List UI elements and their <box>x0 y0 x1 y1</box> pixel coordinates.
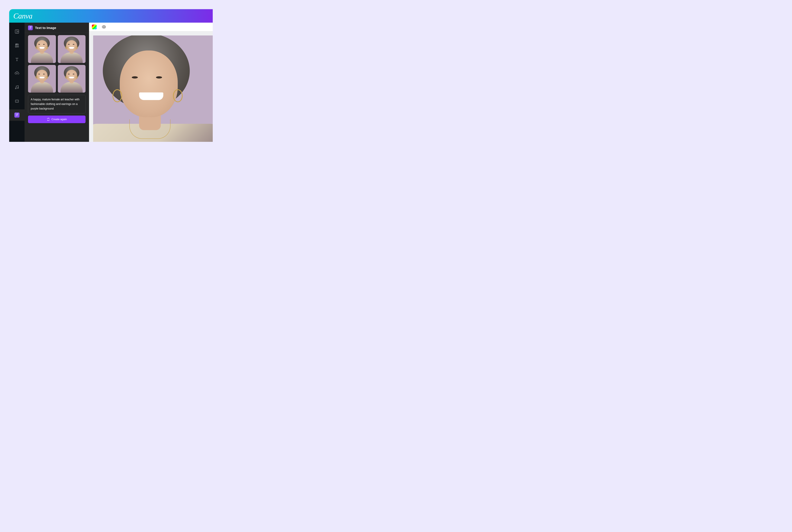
canvas-image[interactable] <box>93 36 213 142</box>
video-icon <box>15 99 19 103</box>
color-picker-button[interactable] <box>92 24 97 29</box>
create-again-label: Create again <box>52 118 67 121</box>
text-to-image-app-icon: TEXT✦ <box>28 25 33 30</box>
elements-icon <box>15 43 19 48</box>
audio-icon <box>15 85 19 90</box>
app-body: TEXT✦ TEXT✦ Text to Image <box>9 23 213 142</box>
svg-marker-13 <box>17 101 17 102</box>
canvas-area <box>89 23 213 142</box>
svg-point-11 <box>17 88 18 89</box>
svg-point-3 <box>17 44 19 45</box>
result-thumbnail[interactable] <box>58 65 86 93</box>
nav-elements[interactable] <box>11 38 23 52</box>
results-grid <box>28 35 86 93</box>
prompt-input[interactable]: A happy, mature female art teacher with … <box>28 95 86 113</box>
text-icon <box>15 57 19 62</box>
nav-rail: TEXT✦ <box>9 23 24 142</box>
app-header: Canva <box>9 9 213 23</box>
generated-portrait-main <box>93 36 213 142</box>
text-to-image-panel: TEXT✦ Text to Image <box>24 23 89 142</box>
templates-icon <box>15 29 19 34</box>
upload-cloud-icon <box>15 71 19 76</box>
result-thumbnail[interactable] <box>58 35 86 63</box>
transparency-button[interactable] <box>102 25 106 29</box>
result-thumbnail[interactable] <box>28 65 56 93</box>
canvas-viewport[interactable] <box>89 31 213 142</box>
generated-portrait-thumb <box>28 35 56 63</box>
svg-point-5 <box>17 46 19 47</box>
app-window: Canva TEXT✦ <box>9 9 213 142</box>
generated-portrait-thumb <box>28 65 56 93</box>
nav-videos[interactable] <box>11 94 23 108</box>
panel-header: TEXT✦ Text to Image <box>24 23 89 33</box>
panel-title: Text to Image <box>35 26 56 30</box>
create-again-button[interactable]: Create again <box>28 116 86 123</box>
svg-rect-4 <box>15 46 17 47</box>
nav-uploads[interactable] <box>11 66 23 80</box>
nav-text[interactable] <box>11 52 23 66</box>
canva-logo: Canva <box>13 12 32 20</box>
generated-portrait-thumb <box>58 35 86 63</box>
transparency-icon <box>102 25 106 29</box>
canvas-toolbar <box>89 23 213 31</box>
text-to-image-app-icon: TEXT✦ <box>14 113 19 118</box>
nav-audio[interactable] <box>11 80 23 94</box>
generated-portrait-thumb <box>58 65 86 93</box>
nav-text-to-image-app[interactable]: TEXT✦ <box>9 109 24 121</box>
panel-content: A happy, mature female art teacher with … <box>24 33 89 125</box>
svg-point-10 <box>15 88 16 89</box>
nav-templates[interactable] <box>11 24 23 38</box>
result-thumbnail[interactable] <box>28 35 56 63</box>
regenerate-icon <box>47 118 50 121</box>
toolbar-divider <box>99 25 99 29</box>
